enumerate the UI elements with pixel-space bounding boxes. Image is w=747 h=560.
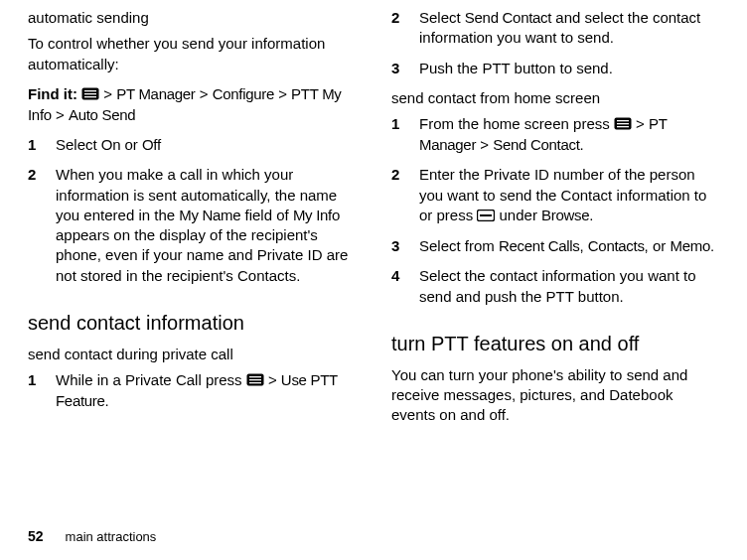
menu-icon: [614, 115, 632, 135]
option-recent-calls: Recent Calls: [499, 237, 579, 254]
option-off: Off: [142, 136, 161, 153]
step-text: Select the contact information you want …: [419, 266, 719, 317]
auto-send-steps: 1 Select On or Off 2 When you make a cal…: [28, 135, 356, 296]
step-number: 1: [391, 114, 419, 165]
svg-rect-3: [84, 96, 96, 97]
step-text: While in a Private Call press > Use PTT …: [56, 370, 356, 421]
svg-rect-10: [617, 123, 629, 124]
turn-ptt-text: You can turn your phone's ability to sen…: [391, 365, 719, 426]
heading-turn-ptt-features: turn PTT features on and off: [391, 331, 719, 357]
step-number: 2: [391, 165, 419, 236]
heading-send-during-call: send contact during private call: [28, 345, 356, 364]
svg-rect-7: [249, 382, 261, 383]
step-number: 2: [391, 8, 419, 59]
sep: >: [476, 136, 493, 153]
option-on: On: [101, 136, 120, 153]
step-text: Push the PTT button to send.: [419, 59, 719, 88]
step-text: Select On or Off: [56, 135, 356, 165]
step-text: From the home screen press > PT Manager …: [419, 114, 719, 165]
step-number: 3: [391, 236, 419, 266]
svg-rect-5: [249, 376, 261, 377]
sep: >: [99, 85, 116, 102]
path-pt-manager: PT Manager: [116, 85, 195, 102]
path-send-contact: Send Contact.: [493, 136, 583, 153]
sep: >: [274, 85, 291, 102]
sep: >: [632, 115, 649, 132]
sep: >: [196, 85, 213, 102]
path-auto-send: Auto Send: [69, 106, 135, 123]
option-contacts: Contacts: [588, 237, 645, 254]
menu-icon: [246, 371, 264, 391]
find-it-line: Find it: > PT Manager > Configure > PTT …: [28, 84, 356, 125]
heading-automatic-sending: automatic sending: [28, 8, 356, 28]
field-my-info: My Info: [293, 207, 340, 223]
left-column: automatic sending To control whether you…: [28, 8, 356, 436]
path-configure: Configure: [213, 85, 274, 102]
right-column: 2 Select Send Contact and select the con…: [391, 8, 719, 436]
svg-rect-11: [617, 126, 629, 127]
step-text: Select Send Contact and select the conta…: [419, 8, 719, 59]
sep: >: [264, 371, 281, 388]
step-text: Enter the Private ID number of the perso…: [419, 165, 719, 236]
step-number: 2: [28, 165, 56, 296]
footer-title: main attractions: [66, 529, 157, 544]
step-text: When you make a call in which your infor…: [56, 165, 356, 296]
svg-rect-13: [480, 214, 492, 216]
svg-rect-1: [84, 90, 96, 91]
auto-intro-text: To control whether you send your informa…: [28, 34, 356, 74]
svg-rect-2: [84, 93, 96, 94]
page-footer: 52main attractions: [28, 527, 156, 546]
step-number: 3: [391, 59, 419, 88]
step-number: 1: [28, 135, 56, 165]
step-number: 1: [28, 370, 56, 421]
svg-rect-9: [617, 120, 629, 121]
option-browse: Browse: [541, 207, 589, 223]
softkey-icon: [477, 207, 495, 226]
sep: >: [52, 106, 69, 123]
field-my-name: My Name: [179, 207, 240, 223]
heading-send-contact-info: send contact information: [28, 310, 356, 337]
menu-icon: [81, 85, 99, 105]
page-number: 52: [28, 528, 44, 544]
home-screen-steps: 1 From the home screen press > PT Manage…: [391, 114, 719, 317]
option-memo: Memo: [670, 237, 709, 254]
private-call-steps-cont: 2 Select Send Contact and select the con…: [391, 8, 719, 88]
step-text: Select from Recent Calls, Contacts, or M…: [419, 236, 719, 266]
step-number: 4: [391, 266, 419, 317]
find-it-label: Find it:: [28, 85, 77, 102]
heading-send-from-home: send contact from home screen: [391, 88, 719, 108]
option-send-contact: Send Contact: [465, 9, 551, 26]
private-call-steps: 1 While in a Private Call press > Use PT…: [28, 370, 356, 421]
svg-rect-6: [249, 379, 261, 380]
